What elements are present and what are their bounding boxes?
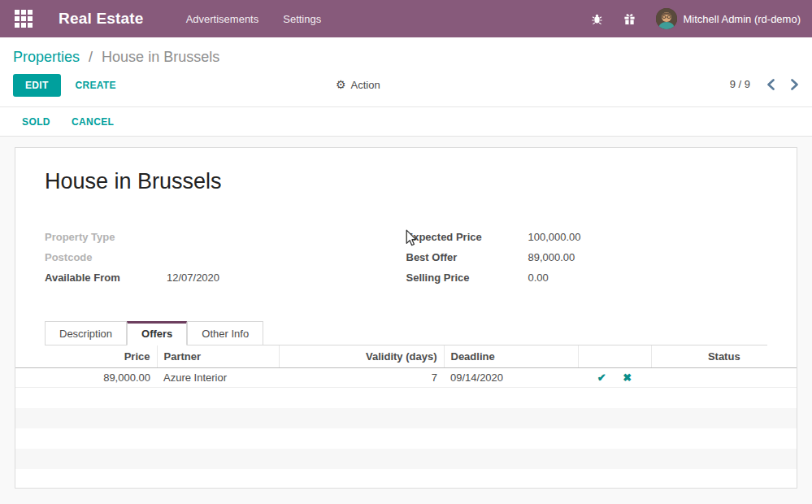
breadcrumb: Properties / House in Brussels [0, 37, 812, 74]
field-selling-price: Selling Price 0.00 [406, 267, 768, 288]
form-view: House in Brussels Property Type Postcode… [0, 137, 812, 499]
offers-table: Price Partner Validity (days) Deadline S… [15, 345, 797, 469]
create-button[interactable]: CREATE [76, 80, 116, 91]
column-header-status[interactable]: Status [651, 345, 797, 368]
pager-previous-icon[interactable] [766, 79, 775, 90]
top-navbar: Real Estate Advertisements Settings [0, 0, 812, 37]
field-value: 0.00 [528, 272, 549, 284]
menu-item-advertisements[interactable]: Advertisements [186, 13, 259, 25]
user-avatar [656, 8, 677, 29]
breadcrumb-current: House in Brussels [102, 49, 219, 65]
offer-row[interactable]: 89,000.00 Azure Interior 7 09/14/2020 ✔ … [15, 368, 797, 388]
apps-menu-icon[interactable] [15, 10, 33, 28]
control-panel: Properties / House in Brussels EDIT CREA… [0, 37, 812, 106]
notebook-tabs: Description Offers Other Info [45, 320, 767, 345]
field-expected-price: Expected Price 100,000.00 [406, 227, 768, 247]
empty-row [15, 388, 797, 408]
field-property-type: Property Type [45, 227, 406, 247]
main-menu: Advertisements Settings [186, 13, 322, 25]
form-sheet: House in Brussels Property Type Postcode… [15, 147, 797, 489]
column-header-partner[interactable]: Partner [157, 345, 279, 368]
field-label: Postcode [45, 251, 167, 263]
refuse-offer-icon[interactable]: ✖ [623, 371, 632, 384]
action-label: Action [351, 79, 380, 91]
offer-validity: 7 [279, 368, 444, 388]
offers-table-header: Price Partner Validity (days) Deadline S… [15, 345, 797, 368]
empty-row [15, 428, 797, 449]
user-menu[interactable]: Mitchell Admin (rd-demo) [656, 8, 801, 29]
field-best-offer: Best Offer 89,000.00 [406, 247, 768, 267]
cp-buttons-row: EDIT CREATE ⚙ Action 9 / 9 [0, 74, 812, 106]
debug-bug-icon[interactable] [591, 12, 604, 25]
empty-row [15, 408, 797, 428]
tab-description[interactable]: Description [45, 321, 127, 345]
empty-row [15, 449, 797, 469]
field-label: Available From [45, 272, 167, 284]
accept-offer-icon[interactable]: ✔ [597, 371, 606, 384]
breadcrumb-separator: / [89, 49, 93, 65]
right-field-column: Expected Price 100,000.00 Best Offer 89,… [406, 227, 768, 288]
field-value: 89,000.00 [528, 251, 575, 263]
gift-icon[interactable] [623, 12, 636, 25]
column-header-actions [578, 345, 651, 368]
action-menu-button[interactable]: ⚙ Action [336, 78, 380, 91]
breadcrumb-parent[interactable]: Properties [13, 49, 80, 65]
pager-next-icon[interactable] [790, 79, 799, 90]
offer-price: 89,000.00 [15, 368, 157, 388]
field-value: 12/07/2020 [167, 272, 219, 284]
left-field-column: Property Type Postcode Available From 12… [45, 227, 406, 288]
record-title: House in Brussels [45, 169, 767, 194]
field-groups: Property Type Postcode Available From 12… [45, 227, 767, 288]
menu-item-settings[interactable]: Settings [283, 13, 321, 25]
offer-actions: ✔ ✖ [578, 368, 651, 388]
field-label: Expected Price [406, 231, 528, 243]
user-name: Mitchell Admin (rd-demo) [684, 13, 801, 25]
offer-status [651, 368, 797, 388]
tab-other-info[interactable]: Other Info [187, 321, 263, 345]
tab-offers[interactable]: Offers [127, 321, 187, 345]
column-header-price[interactable]: Price [15, 345, 157, 368]
field-postcode: Postcode [45, 247, 406, 267]
pager: 9 / 9 [730, 78, 799, 90]
field-value: 100,000.00 [528, 231, 581, 243]
field-label: Selling Price [406, 272, 528, 284]
statusbar: SOLD CANCEL [0, 106, 812, 137]
field-label: Property Type [45, 231, 167, 243]
navbar-right: Mitchell Admin (rd-demo) [591, 8, 801, 29]
column-header-deadline[interactable]: Deadline [444, 345, 578, 368]
column-header-validity[interactable]: Validity (days) [279, 345, 444, 368]
edit-button[interactable]: EDIT [13, 74, 61, 97]
cancel-button[interactable]: CANCEL [72, 116, 114, 128]
offer-deadline: 09/14/2020 [444, 368, 578, 388]
pager-value: 9 / 9 [730, 78, 750, 90]
offer-partner: Azure Interior [157, 368, 279, 388]
field-label: Best Offer [406, 251, 528, 263]
app-title[interactable]: Real Estate [59, 10, 144, 28]
sold-button[interactable]: SOLD [22, 116, 50, 128]
field-available-from: Available From 12/07/2020 [45, 267, 406, 288]
gear-icon: ⚙ [336, 78, 346, 91]
